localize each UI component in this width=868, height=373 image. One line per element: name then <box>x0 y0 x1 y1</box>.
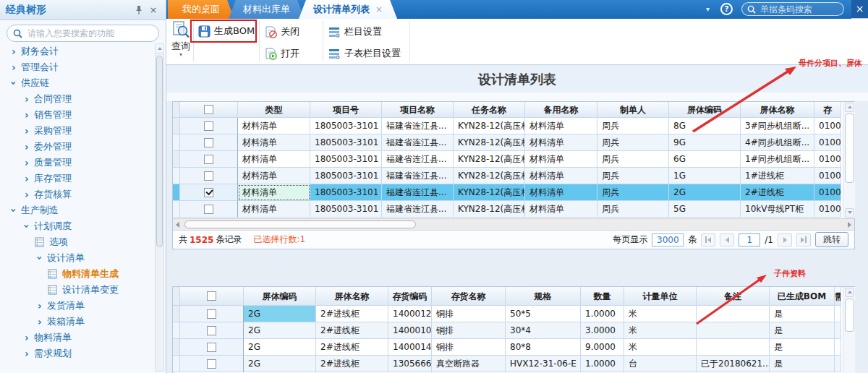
table-cell[interactable]: 铜排 <box>432 339 506 356</box>
table-cell[interactable]: KYN28-12(高压柜) <box>454 118 525 134</box>
table-cell[interactable] <box>835 322 841 339</box>
table-cell[interactable]: 50*5 <box>506 306 581 322</box>
table-cell[interactable]: 周兵 <box>597 134 669 151</box>
table-cell[interactable]: 福建省连江县... <box>382 134 454 151</box>
select-all-checkbox[interactable] <box>204 105 213 114</box>
chevron-collapsed-icon[interactable]: › <box>22 142 32 152</box>
table-cell[interactable]: 是 <box>770 339 835 356</box>
table-cell[interactable] <box>697 306 770 322</box>
tree-item-装箱清单[interactable]: ›装箱清单 <box>0 314 154 330</box>
table-cell[interactable]: 1805003-3101 <box>310 134 382 151</box>
table-cell[interactable]: 2#进线柜 <box>741 184 814 201</box>
row-checkbox-cell[interactable] <box>180 134 238 151</box>
next-page-button[interactable] <box>778 233 792 246</box>
row-checkbox[interactable] <box>204 188 213 197</box>
table-cell[interactable]: 周兵 <box>597 118 669 134</box>
row-checkbox[interactable] <box>207 359 216 369</box>
tree-item-物料清单[interactable]: ›物料清单 <box>0 330 154 346</box>
table-row[interactable]: 材料清单1805003-3101福建省连江县...KYN28-12(高压柜)材料… <box>173 184 843 201</box>
table-cell[interactable]: 材料清单 <box>238 134 310 151</box>
table-cell[interactable]: 2#进线柜 <box>316 339 388 356</box>
tree-item-设计清单变更[interactable]: 设计清单变更 <box>0 282 154 298</box>
table-cell[interactable]: 米 <box>624 322 697 339</box>
master-hscroll-thumb[interactable] <box>184 220 416 228</box>
table-cell[interactable]: 1805003-3101 <box>310 151 382 168</box>
tree-item-选项[interactable]: 选项 <box>0 234 154 250</box>
tab-1[interactable]: 我的桌面 <box>168 0 234 19</box>
table-cell[interactable]: 30*4 <box>506 322 581 339</box>
table-row[interactable]: 2G2#进线柜14000105铜排30*43.0000米是 <box>173 322 843 339</box>
row-checkbox[interactable] <box>204 121 213 131</box>
master-vertical-scrollbar[interactable] <box>843 102 855 218</box>
table-cell[interactable]: 2#进线柜 <box>316 306 388 322</box>
chevron-collapsed-icon[interactable]: › <box>22 173 32 184</box>
table-cell[interactable]: 铜排 <box>432 322 506 339</box>
select-all-header[interactable] <box>180 287 244 306</box>
prev-page-button[interactable] <box>720 233 734 246</box>
table-cell[interactable]: KYN28-12(高压柜) <box>454 201 525 218</box>
subtable-column-settings-button[interactable]: 子表栏目设置 <box>328 47 401 60</box>
query-button[interactable]: 查询 ▾ <box>169 20 192 64</box>
jump-button[interactable]: 跳转 <box>815 232 848 247</box>
chevron-expanded-icon[interactable]: › <box>22 221 32 231</box>
chevron-expanded-icon[interactable]: › <box>9 78 19 88</box>
row-checkbox[interactable] <box>204 171 213 181</box>
table-cell[interactable]: 是 <box>770 306 835 322</box>
page-number-input[interactable] <box>739 233 760 246</box>
table-cell[interactable]: 2G <box>244 322 316 339</box>
tree-item-采购管理[interactable]: ›采购管理 <box>0 123 154 139</box>
open-document-button[interactable]: 打开 <box>265 47 299 60</box>
chevron-collapsed-icon[interactable]: › <box>22 189 32 200</box>
table-cell[interactable]: 4#同步机组断... <box>741 134 814 151</box>
table-cell[interactable]: 福建省连江县... <box>382 201 454 218</box>
table-cell[interactable]: 材料清单 <box>238 201 310 218</box>
table-cell[interactable]: 材料清单 <box>525 184 597 201</box>
table-cell[interactable]: 是 <box>770 322 835 339</box>
table-row[interactable]: 材料清单1805003-3101福建省连江县...KYN28-12(高压柜)材料… <box>173 134 843 151</box>
table-cell[interactable]: 2G <box>669 184 741 201</box>
table-cell[interactable]: 010008 <box>814 168 841 184</box>
table-row[interactable]: 2G2#进线柜13056668真空断路器HVX12-31-06-E1.0000台… <box>173 356 843 372</box>
table-cell[interactable]: 周兵 <box>597 184 669 201</box>
table-row[interactable]: 材料清单1805003-3101福建省连江县...KYN28-12(高压柜)材料… <box>173 151 843 168</box>
chevron-expanded-icon[interactable]: › <box>9 205 19 215</box>
row-checkbox-cell[interactable] <box>180 201 238 218</box>
last-page-button[interactable] <box>796 233 811 246</box>
sidebar-scroll-thumb[interactable] <box>156 56 163 247</box>
table-cell[interactable]: 材料清单 <box>525 134 597 151</box>
table-row[interactable]: 材料清单1805003-3101福建省连江县...KYN28-12(高压柜)材料… <box>173 118 843 134</box>
tree-item-财务会计[interactable]: ›财务会计 <box>0 43 154 59</box>
generate-bom-button[interactable]: 生成BOM <box>198 25 255 38</box>
row-checkbox-cell[interactable] <box>180 306 244 322</box>
barcode-search-box[interactable] <box>741 2 844 16</box>
table-cell[interactable]: 台 <box>624 356 697 372</box>
table-cell[interactable]: 米 <box>624 339 697 356</box>
table-cell[interactable] <box>697 322 770 339</box>
table-cell[interactable]: 已于20180621... <box>697 356 770 372</box>
table-cell[interactable]: 2#进线柜 <box>316 356 388 372</box>
chevron-collapsed-icon[interactable]: › <box>22 110 32 120</box>
table-cell[interactable]: 真空断路器 <box>432 356 506 372</box>
tree-item-管理会计[interactable]: ›管理会计 <box>0 59 154 75</box>
tree-item-需求规划[interactable]: ›需求规划 <box>0 346 154 361</box>
table-cell[interactable]: 010008 <box>814 151 841 168</box>
tab-close-icon[interactable]: × <box>375 4 383 14</box>
row-checkbox[interactable] <box>207 326 216 335</box>
chevron-collapsed-icon[interactable]: › <box>22 333 32 343</box>
tree-item-存货核算[interactable]: ›存货核算 <box>0 186 154 202</box>
chevron-expanded-icon[interactable]: › <box>35 253 45 263</box>
tree-item-质量管理[interactable]: ›质量管理 <box>0 155 154 171</box>
tab-3[interactable]: 设计清单列表× <box>299 0 397 19</box>
chevron-collapsed-icon[interactable]: › <box>22 348 32 359</box>
table-cell[interactable]: 3#同步机组断... <box>741 118 814 134</box>
table-cell[interactable]: 米 <box>624 306 697 322</box>
table-cell[interactable] <box>697 339 770 356</box>
table-cell[interactable]: 周兵 <box>597 151 669 168</box>
tab-2[interactable]: 材料出库单 <box>229 0 305 19</box>
table-cell[interactable]: KYN28-12(高压柜) <box>454 134 525 151</box>
tree-item-销售管理[interactable]: ›销售管理 <box>0 107 154 123</box>
tree-item-设计清单[interactable]: ›设计清单 <box>0 250 154 266</box>
table-cell[interactable]: 材料清单 <box>525 151 597 168</box>
table-cell[interactable]: 8G <box>669 118 741 134</box>
table-cell[interactable]: 材料清单 <box>238 118 310 134</box>
